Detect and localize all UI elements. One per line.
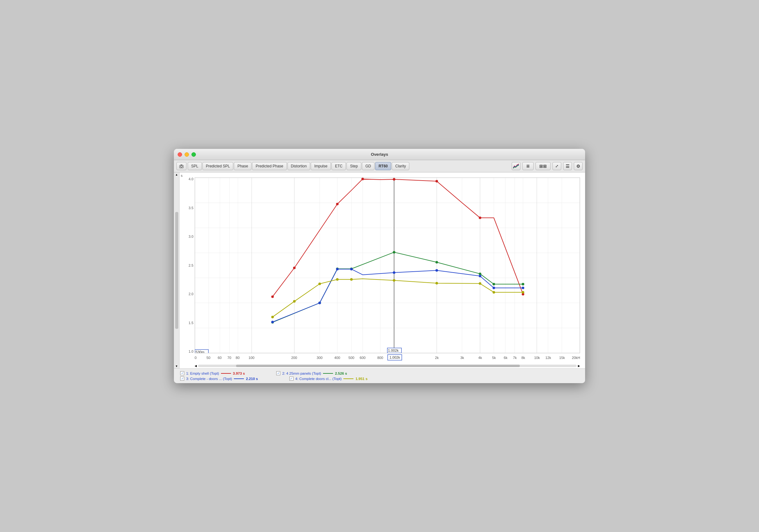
tab-predicted-spl[interactable]: Predicted SPL: [202, 162, 233, 170]
svg-point-53: [435, 261, 438, 264]
svg-point-63: [479, 275, 481, 277]
y-label-30: 3.0: [180, 235, 193, 238]
svg-point-52: [393, 251, 395, 254]
tab-distortion[interactable]: Distortion: [288, 162, 310, 170]
overlay-icon: [513, 163, 519, 169]
svg-text:3k: 3k: [460, 356, 464, 360]
overlay-icon-button[interactable]: [512, 162, 520, 170]
svg-text:300: 300: [317, 356, 323, 360]
svg-text:6k: 6k: [504, 356, 507, 360]
svg-text:40: 40: [195, 356, 196, 360]
legend-item-4: ✓ 4: Complete doors cl... (Topt) 1.951 s: [289, 377, 368, 381]
chart-plot[interactable]: 530m 1.002k: [195, 178, 580, 353]
legend-label-4: 4: Complete doors cl... (Topt): [296, 377, 342, 381]
svg-text:5k: 5k: [492, 356, 496, 360]
svg-point-57: [271, 321, 274, 323]
y-label-20: 2.0: [180, 292, 193, 296]
tab-etc[interactable]: ETC: [332, 162, 346, 170]
svg-text:2k: 2k: [435, 356, 439, 360]
move-btn[interactable]: ⤢: [552, 162, 561, 170]
svg-text:4k: 4k: [478, 356, 482, 360]
legend-item-3: ✓ 3: Complete - doors ... (Topt) 2.210 s: [180, 377, 258, 381]
legend-area: ✓ 1: Empty shell (Topt) 3.973 s ✓ 2: 4 2…: [174, 368, 585, 383]
y-label-10: 1.0: [180, 350, 193, 353]
legend-line-3: [234, 379, 244, 379]
window-title: Overlays: [371, 152, 388, 157]
legend-line-1: [221, 373, 231, 374]
scroll-left-btn[interactable]: ◀: [195, 364, 197, 367]
app-window: Overlays SPL Predicted SPL Phase Predict…: [174, 149, 585, 383]
svg-text:8k: 8k: [521, 356, 525, 360]
y-label-25: 2.5: [180, 264, 193, 267]
camera-icon: [179, 164, 184, 169]
tab-step[interactable]: Step: [346, 162, 361, 170]
scroll-up-btn[interactable]: ▲: [175, 173, 178, 176]
trace-btn[interactable]: ≡: [522, 162, 534, 170]
legend-label-3: 3: Complete - doors ... (Topt): [186, 377, 232, 381]
chart-area: ▲ ▼ s 4.0 3.5 3.0 2.5 2.0: [174, 172, 585, 368]
svg-text:1.002k: 1.002k: [389, 355, 400, 359]
scroll-down-btn[interactable]: ▼: [175, 365, 178, 368]
toolbar: SPL Predicted SPL Phase Predicted Phase …: [174, 160, 585, 172]
tab-spl[interactable]: SPL: [188, 162, 202, 170]
tab-buttons: SPL Predicted SPL Phase Predicted Phase …: [188, 162, 409, 170]
tab-rt60[interactable]: RT60: [375, 162, 391, 170]
svg-point-69: [336, 278, 339, 281]
svg-point-0: [180, 166, 182, 167]
svg-text:100: 100: [249, 356, 255, 360]
svg-point-44: [393, 178, 395, 181]
legend-row-1: ✓ 1: Empty shell (Topt) 3.973 s ✓ 2: 4 2…: [180, 371, 579, 375]
y-axis-labels: 4.0 3.5 3.0 2.5 2.0 1.5 1.0: [180, 178, 195, 353]
minimize-button[interactable]: [184, 152, 189, 157]
scroll-right-btn[interactable]: ▶: [578, 364, 580, 367]
x-scrollbar[interactable]: ◀ ▶: [180, 363, 585, 368]
legend-value-1: 3.973 s: [233, 372, 245, 375]
svg-point-54: [479, 272, 481, 275]
svg-point-68: [318, 283, 321, 285]
svg-text:400: 400: [334, 356, 340, 360]
svg-point-58: [318, 302, 321, 304]
legend-checkbox-1[interactable]: ✓: [180, 371, 184, 375]
svg-point-43: [361, 178, 364, 180]
y-label-35: 3.5: [180, 206, 193, 210]
legend-value-2: 2.526 s: [335, 372, 347, 375]
svg-point-45: [435, 180, 438, 183]
svg-point-73: [479, 282, 481, 285]
tab-phase[interactable]: Phase: [234, 162, 252, 170]
tab-impulse[interactable]: Impulse: [311, 162, 331, 170]
x-axis-svg: 40 50 60 70 80 100 200 300 400 500 600 8…: [195, 353, 580, 362]
svg-point-70: [350, 278, 352, 281]
legend-line-4: [343, 379, 353, 379]
tab-gd[interactable]: GD: [362, 162, 375, 170]
svg-point-46: [479, 217, 481, 219]
grid-btn[interactable]: ⊞⊞: [536, 162, 551, 170]
svg-point-74: [493, 291, 495, 294]
tab-predicted-phase[interactable]: Predicted Phase: [252, 162, 287, 170]
svg-point-75: [522, 291, 524, 294]
svg-point-72: [435, 282, 438, 285]
svg-point-67: [293, 300, 296, 303]
camera-icon-button[interactable]: [177, 162, 186, 170]
svg-text:80: 80: [236, 356, 240, 360]
legend-row-2: ✓ 3: Complete - doors ... (Topt) 2.210 s…: [180, 377, 579, 381]
legend-checkbox-2[interactable]: ✓: [276, 371, 280, 375]
y-label-40: 4.0: [180, 178, 193, 181]
legend-item-1: ✓ 1: Empty shell (Topt) 3.973 s: [180, 371, 245, 375]
legend-item-2: ✓ 2: 4 25mm panels (Topt) 2.526 s: [276, 371, 347, 375]
svg-text:60: 60: [218, 356, 222, 360]
svg-text:200: 200: [291, 356, 297, 360]
svg-text:7k: 7k: [513, 356, 517, 360]
svg-text:20kHz: 20kHz: [572, 356, 580, 360]
legend-line-2: [323, 373, 333, 374]
svg-point-64: [493, 287, 495, 289]
legend-label-1: 1: Empty shell (Topt): [186, 372, 219, 375]
close-button[interactable]: [178, 152, 182, 157]
settings-btn[interactable]: ⚙: [574, 162, 582, 170]
legend-checkbox-3[interactable]: ✓: [180, 377, 184, 381]
list-btn[interactable]: ☰: [563, 162, 572, 170]
svg-point-59: [336, 268, 339, 270]
legend-checkbox-4[interactable]: ✓: [289, 377, 294, 381]
tab-clarity[interactable]: Clarity: [392, 162, 409, 170]
maximize-button[interactable]: [191, 152, 196, 157]
svg-point-66: [271, 316, 274, 318]
